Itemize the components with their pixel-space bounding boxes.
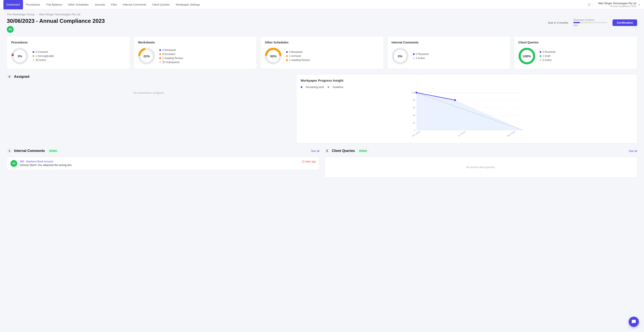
search-slash: / bbox=[592, 3, 593, 6]
comment-body: 090 - Business Bank Account Johnny Storm… bbox=[20, 160, 300, 167]
legend-item: 30 Active bbox=[32, 59, 54, 62]
certification-button[interactable]: Certification bbox=[612, 20, 637, 26]
legend-item: 1 Draft bbox=[540, 55, 556, 58]
progress-section: Workpaper progress 19% bbox=[573, 19, 607, 27]
ic-badge: Active bbox=[47, 149, 59, 153]
svg-text:0: 0 bbox=[414, 129, 415, 132]
card-title: Worksheets bbox=[138, 41, 252, 44]
cq-title: Client Queries bbox=[332, 149, 355, 153]
legend-item: 25 Unprepared bbox=[159, 61, 183, 64]
comment-avatar: SS bbox=[10, 160, 17, 167]
nav-item-journals[interactable]: Journals bbox=[92, 0, 108, 9]
assigned-title: Assigned bbox=[14, 75, 30, 79]
bottom-row: 1 Internal Comments Active See all SS 09… bbox=[0, 148, 644, 183]
card-title: Other Schedules bbox=[265, 41, 379, 44]
progress-label: Workpaper progress bbox=[573, 19, 607, 21]
nav-item-dashboard[interactable]: Dashboard bbox=[4, 0, 23, 9]
card-internal-comments: Internal Comments 0% 0 Resolved 1 Active bbox=[387, 36, 510, 69]
assigned-count: 0 bbox=[7, 74, 12, 79]
svg-text:60: 60 bbox=[412, 106, 415, 109]
card-other-schedules: Other Schedules 50% 0 Reviewed 1 Archive… bbox=[260, 36, 384, 69]
svg-point-0 bbox=[588, 4, 590, 6]
donut-chart: 3% bbox=[11, 48, 28, 65]
card-procedures: Procedures 3% 0 Checked 1 Not Applicable… bbox=[7, 36, 130, 69]
svg-point-31 bbox=[454, 99, 456, 101]
breadcrumb-parent[interactable]: The Webslinger Group bbox=[7, 13, 35, 16]
nav-item-other-schedules[interactable]: Other Schedules bbox=[65, 0, 92, 9]
page-title: 30/06/2023 - Annual Compliance 2023 bbox=[7, 18, 105, 24]
comment-item: SS 090 - Business Bank Account Johnny St… bbox=[7, 157, 320, 170]
card-legend: 0 Resolved 1 Active bbox=[413, 53, 429, 60]
legend-item: 1 Not Applicable bbox=[32, 55, 54, 58]
search-icon bbox=[588, 3, 591, 7]
svg-point-30 bbox=[415, 92, 417, 94]
card-legend: 0 Reviewed 1 Archived 1 Awaiting Review bbox=[286, 51, 310, 62]
page-header: 30/06/2023 - Annual Compliance 2023 SS D… bbox=[0, 16, 644, 36]
nav-item-files[interactable]: Files bbox=[108, 0, 120, 9]
legend-item: 2 Awaiting Review bbox=[159, 57, 183, 60]
cq-count: 0 bbox=[324, 148, 330, 153]
due-date: Due in 3 months bbox=[548, 21, 568, 24]
svg-text:40: 40 bbox=[412, 114, 415, 117]
cq-badge: Active bbox=[357, 149, 369, 153]
search-area[interactable]: / bbox=[588, 3, 593, 7]
legend-item: 1 Archived bbox=[286, 55, 310, 58]
donut-label: 50% bbox=[265, 48, 282, 65]
legend-item: 0 Resolved bbox=[413, 53, 429, 56]
svg-text:Aug 2023: Aug 2023 bbox=[506, 130, 516, 137]
stats-cards: Procedures 3% 0 Checked 1 Not Applicable… bbox=[0, 36, 644, 74]
chart-legend: Remaining work Guideline bbox=[301, 86, 633, 89]
legend-remaining-label: Remaining work bbox=[306, 86, 324, 89]
legend-item: 0 Resolved bbox=[540, 51, 556, 54]
internal-comments-section: 1 Internal Comments Active See all SS 09… bbox=[7, 148, 320, 177]
card-worksheets: Worksheets 22% 0 Reviewed 8 Excluded 2 A… bbox=[134, 36, 257, 69]
svg-text:Jun 2023: Jun 2023 bbox=[411, 130, 420, 137]
card-title: Internal Comments bbox=[392, 41, 506, 44]
comment-link[interactable]: 090 - Business Bank Account bbox=[20, 160, 300, 163]
svg-marker-29 bbox=[416, 93, 523, 130]
svg-text:80: 80 bbox=[412, 99, 415, 101]
nav-item-internal-comments[interactable]: Internal Comments bbox=[120, 0, 149, 9]
donut-label: 0% bbox=[392, 48, 409, 65]
svg-text:20: 20 bbox=[412, 121, 415, 124]
nav-item-trial-balance[interactable]: Trial Balance bbox=[43, 0, 65, 9]
donut-label: 100% bbox=[518, 48, 536, 65]
navbar: Dashboard Procedures Trial Balance Other… bbox=[0, 0, 644, 9]
ic-see-all[interactable]: See all bbox=[311, 149, 320, 153]
legend-guideline-label: Guideline bbox=[333, 86, 344, 89]
nav-item-workpaper-settings[interactable]: Workpaper Settings bbox=[173, 0, 203, 9]
legend-item: 0 Active bbox=[540, 59, 556, 62]
comment-text: Johnny Storm You attached the wrong doc bbox=[20, 163, 300, 167]
legend-item: 0 Reviewed bbox=[286, 51, 310, 54]
nav-item-client-queries[interactable]: Client Queries bbox=[149, 0, 173, 9]
cq-see-all[interactable]: See all bbox=[629, 149, 637, 153]
ic-title: Internal Comments bbox=[14, 149, 45, 153]
avatar: SS bbox=[7, 26, 14, 33]
insight-title: Workpaper Progress Insight bbox=[301, 79, 633, 82]
svg-text:Jul 2023: Jul 2023 bbox=[457, 130, 466, 137]
comment-time: 21 days ago bbox=[302, 160, 316, 163]
progress-bar-fill bbox=[573, 22, 580, 23]
user-engagement: Annual Compliance 2023 bbox=[598, 5, 636, 8]
card-client-queries: Client Queries 100% 0 Resolved 1 Draft 0… bbox=[514, 36, 637, 69]
ic-count: 1 bbox=[7, 148, 12, 153]
progress-bar-background bbox=[573, 22, 607, 23]
card-title: Procedures bbox=[11, 41, 126, 44]
insight-panel: Workpaper Progress Insight Remaining wor… bbox=[296, 74, 637, 143]
assigned-empty: No worksheets assigned. bbox=[7, 83, 291, 103]
user-info: Web Slinger Technologies Pty Ltd Annual … bbox=[598, 2, 640, 8]
card-title: Client Queries bbox=[518, 41, 633, 44]
legend-item: 8 Excluded bbox=[159, 53, 183, 56]
donut-chart: 100% bbox=[518, 48, 536, 65]
donut-chart: 50% bbox=[265, 48, 282, 65]
donut-label: 3% bbox=[11, 48, 28, 65]
legend-item: 0 Checked bbox=[32, 51, 54, 54]
breadcrumb: The Webslinger Group › Web Slinger Techn… bbox=[0, 9, 644, 16]
breadcrumb-current: Web Slinger Technologies Pty Ltd bbox=[39, 13, 80, 16]
assigned-panel: 0 Assigned No worksheets assigned. bbox=[7, 74, 291, 143]
client-queries-section: 0 Client Queries Active See all No activ… bbox=[324, 148, 637, 177]
nav-item-procedures[interactable]: Procedures bbox=[23, 0, 43, 9]
chevron-down-icon[interactable] bbox=[638, 3, 640, 6]
donut-label: 22% bbox=[138, 48, 155, 65]
user-company: Web Slinger Technologies Pty Ltd bbox=[598, 2, 636, 5]
